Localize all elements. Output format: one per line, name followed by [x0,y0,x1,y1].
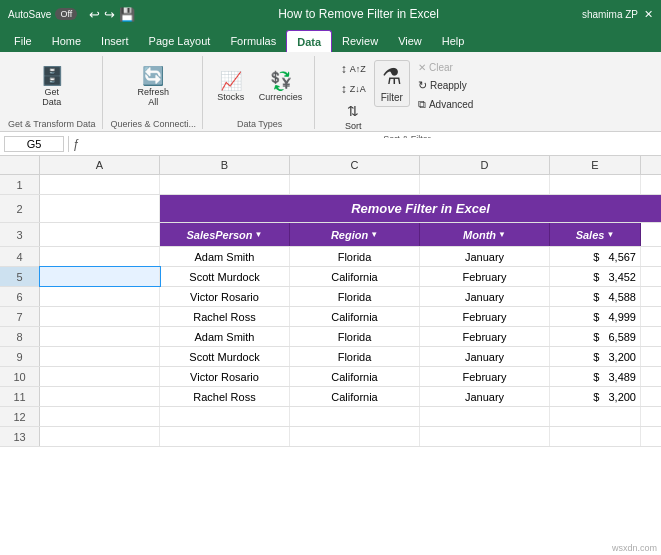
tab-insert[interactable]: Insert [91,30,139,52]
ribbon-tabs: File Home Insert Page Layout Formulas Da… [0,28,661,52]
cell-month-7[interactable]: February [420,307,550,326]
cell-e1[interactable] [420,175,550,194]
cell-month-10[interactable]: February [420,367,550,386]
redo-icon[interactable]: ↪ [104,7,115,22]
cell-f12[interactable] [550,407,641,426]
cell-e12[interactable] [420,407,550,426]
cell-region-7[interactable]: California [290,307,420,326]
cell-c12[interactable] [160,407,290,426]
cell-region-5[interactable]: California [290,267,420,286]
save-icon[interactable]: 💾 [119,7,135,22]
cell-salesperson-5[interactable]: Scott Murdock [160,267,290,286]
cell-c13[interactable] [160,427,290,446]
cell-b5[interactable] [40,267,160,286]
cell-salesperson-4[interactable]: Adam Smith [160,247,290,266]
col-header-c[interactable]: C [290,156,420,174]
get-data-button[interactable]: 🗄️ Get Data [34,65,70,109]
advanced-button[interactable]: ⧉ Advanced [414,96,477,113]
ribbon-group-content: 🗄️ Get Data [34,56,70,117]
cell-month-8[interactable]: February [420,327,550,346]
reapply-button[interactable]: ↻ Reapply [414,77,477,94]
clear-button[interactable]: ✕ Clear [414,60,477,75]
undo-icon[interactable]: ↩ [89,7,100,22]
cell-b7[interactable] [40,307,160,326]
cell-region-6[interactable]: Florida [290,287,420,306]
filter-arrow-region[interactable]: ▼ [370,230,378,239]
group-label-data-types: Data Types [237,119,282,129]
tab-home[interactable]: Home [42,30,91,52]
cell-salesperson-7[interactable]: Rachel Ross [160,307,290,326]
tab-data[interactable]: Data [286,30,332,52]
tab-page-layout[interactable]: Page Layout [139,30,221,52]
cell-salesperson-10[interactable]: Victor Rosario [160,367,290,386]
autosave-badge[interactable]: Off [55,8,77,20]
cell-sales-8[interactable]: $ 6,589 [550,327,641,346]
cell-e13[interactable] [420,427,550,446]
cell-f13[interactable] [550,427,641,446]
col-header-e[interactable]: E [550,156,641,174]
filter-button[interactable]: ⚗ Filter [374,60,410,107]
filter-arrow-month[interactable]: ▼ [498,230,506,239]
sort-button[interactable]: ⇅ Sort [337,102,370,132]
cell-month-6[interactable]: January [420,287,550,306]
cell-sales-4[interactable]: $ 4,567 [550,247,641,266]
cell-b4[interactable] [40,247,160,266]
cell-sales-7[interactable]: $ 4,999 [550,307,641,326]
close-icon[interactable]: ✕ [644,8,653,21]
cell-salesperson-9[interactable]: Scott Murdock [160,347,290,366]
tab-help[interactable]: Help [432,30,475,52]
cell-b11[interactable] [40,387,160,406]
cell-d1[interactable] [290,175,420,194]
cell-b10[interactable] [40,367,160,386]
cell-c1[interactable] [160,175,290,194]
cell-month-5[interactable]: February [420,267,550,286]
cell-salesperson-11[interactable]: Rachel Ross [160,387,290,406]
currencies-button[interactable]: 💱 Currencies [255,70,307,104]
group-label-get-transform: Get & Transform Data [8,119,96,129]
cell-d12[interactable] [290,407,420,426]
cell-b8[interactable] [40,327,160,346]
tab-view[interactable]: View [388,30,432,52]
cell-b12[interactable] [40,407,160,426]
sort-az-button[interactable]: ↕ A↑Z [337,60,370,78]
stocks-button[interactable]: 📈 Stocks [213,70,249,104]
cell-reference[interactable] [4,136,64,152]
filter-arrow-salesperson[interactable]: ▼ [255,230,263,239]
table-row: 12 [0,407,661,427]
cell-month-9[interactable]: January [420,347,550,366]
cell-b6[interactable] [40,287,160,306]
cell-d13[interactable] [290,427,420,446]
cell-month-11[interactable]: January [420,387,550,406]
cell-sales-10[interactable]: $ 3,489 [550,367,641,386]
cell-salesperson-6[interactable]: Victor Rosario [160,287,290,306]
cell-month-4[interactable]: January [420,247,550,266]
cell-b13[interactable] [40,427,160,446]
cell-salesperson-8[interactable]: Adam Smith [160,327,290,346]
cell-region-9[interactable]: Florida [290,347,420,366]
tab-review[interactable]: Review [332,30,388,52]
function-icon[interactable]: ƒ [73,137,80,151]
cell-sales-9[interactable]: $ 3,200 [550,347,641,366]
sort-za-button[interactable]: ↕ Z↓A [337,80,370,98]
tab-formulas[interactable]: Formulas [220,30,286,52]
col-header-d[interactable]: D [420,156,550,174]
column-headers: A B C D E [0,156,661,175]
cell-f1[interactable] [550,175,641,194]
cell-b1[interactable] [40,175,160,194]
cell-sales-11[interactable]: $ 3,200 [550,387,641,406]
formula-input[interactable] [84,138,657,150]
tab-file[interactable]: File [4,30,42,52]
cell-b3[interactable] [40,223,160,246]
cell-region-11[interactable]: California [290,387,420,406]
cell-region-4[interactable]: Florida [290,247,420,266]
col-header-a[interactable]: A [40,156,160,174]
filter-arrow-sales[interactable]: ▼ [606,230,614,239]
cell-region-8[interactable]: Florida [290,327,420,346]
col-header-b[interactable]: B [160,156,290,174]
cell-sales-6[interactable]: $ 4,588 [550,287,641,306]
cell-sales-5[interactable]: $ 3,452 [550,267,641,286]
cell-region-10[interactable]: California [290,367,420,386]
cell-b9[interactable] [40,347,160,366]
refresh-all-button[interactable]: 🔄 Refresh All [134,65,174,109]
cell-b2[interactable] [40,195,160,222]
